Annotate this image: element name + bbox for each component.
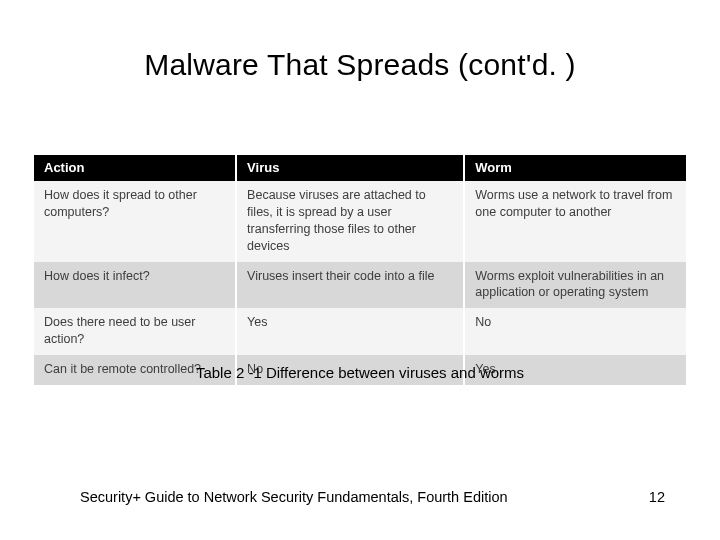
cell-virus: Yes [236, 308, 464, 355]
cell-action: How does it spread to other computers? [34, 181, 236, 262]
table-row: How does it infect? Viruses insert their… [34, 262, 686, 309]
cell-virus: Because viruses are attached to files, i… [236, 181, 464, 262]
page-number: 12 [649, 489, 665, 505]
cell-virus: Viruses insert their code into a file [236, 262, 464, 309]
footer-text: Security+ Guide to Network Security Fund… [80, 489, 508, 505]
cell-worm: Worms use a network to travel from one c… [464, 181, 686, 262]
cell-worm: No [464, 308, 686, 355]
table-caption: Table 2 -1 Difference between viruses an… [0, 364, 720, 381]
table: Action Virus Worm How does it spread to … [34, 155, 686, 385]
cell-action: Does there need to be user action? [34, 308, 236, 355]
slide: Malware That Spreads (cont'd. ) Action V… [0, 0, 720, 540]
slide-title: Malware That Spreads (cont'd. ) [0, 48, 720, 82]
table-row: Does there need to be user action? Yes N… [34, 308, 686, 355]
comparison-table: Action Virus Worm How does it spread to … [34, 155, 686, 385]
table-header-worm: Worm [464, 155, 686, 181]
table-row: How does it spread to other computers? B… [34, 181, 686, 262]
cell-worm: Worms exploit vulnerabilities in an appl… [464, 262, 686, 309]
table-header-action: Action [34, 155, 236, 181]
cell-action: How does it infect? [34, 262, 236, 309]
table-header-virus: Virus [236, 155, 464, 181]
table-header-row: Action Virus Worm [34, 155, 686, 181]
